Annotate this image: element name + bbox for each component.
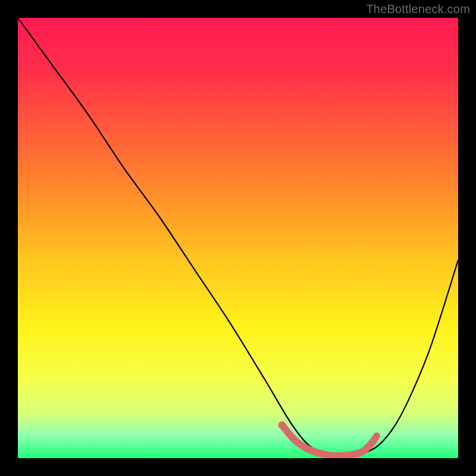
optimal-dot — [278, 421, 286, 429]
optimal-range-dots — [278, 421, 286, 429]
watermark-text: TheBottleneck.com — [366, 2, 470, 16]
gradient-background — [18, 18, 458, 458]
bottleneck-chart — [18, 18, 458, 458]
chart-frame: TheBottleneck.com — [0, 0, 476, 476]
